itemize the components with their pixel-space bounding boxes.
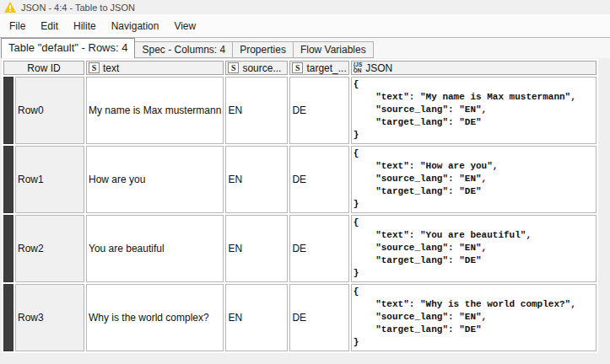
title-bar: JSON - 4:4 - Table to JSON — [0, 0, 610, 14]
source-lang-cell[interactable]: EN — [225, 77, 288, 144]
text-cell[interactable]: Why is the world complex? — [86, 284, 224, 351]
tab-properties[interactable]: Properties — [232, 41, 294, 58]
json-cell[interactable]: { "text": "How are you", "source_lang": … — [351, 146, 597, 213]
table-row: Row0 My name is Max mustermann EN DE { "… — [3, 77, 597, 144]
target-lang-cell[interactable]: DE — [289, 77, 348, 144]
json-cell[interactable]: { "text": "Why is the world complex?", "… — [351, 284, 597, 351]
table-view-area: Row ID S text S source... S — [0, 58, 610, 364]
menu-item-file[interactable]: File — [2, 17, 33, 35]
tab-flow-variables[interactable]: Flow Variables — [293, 41, 374, 58]
target-lang-cell[interactable]: DE — [289, 146, 348, 213]
column-label: JSON — [365, 62, 392, 74]
column-header-rowid[interactable]: Row ID — [3, 61, 84, 75]
column-header-json[interactable]: {JS ON JSON — [351, 61, 597, 75]
source-lang-cell[interactable]: EN — [225, 215, 288, 282]
menu-item-edit[interactable]: Edit — [33, 17, 66, 35]
column-label: source... — [242, 62, 281, 74]
string-type-icon: S — [89, 62, 100, 73]
target-lang-cell[interactable]: DE — [289, 284, 348, 351]
column-header-target-lang[interactable]: S target_... — [289, 61, 348, 75]
string-type-icon: S — [228, 62, 239, 73]
column-header-text[interactable]: S text — [86, 61, 224, 75]
table-row: Row3 Why is the world complex? EN DE { "… — [3, 284, 597, 351]
column-label: text — [103, 62, 119, 74]
row-color-bar — [3, 284, 13, 351]
row-id-cell[interactable]: Row3 — [15, 284, 84, 351]
tab-table-default[interactable]: Table "default" - Rows: 4 — [1, 38, 135, 58]
header-row: Row ID S text S source... S — [3, 61, 597, 75]
text-cell[interactable]: How are you — [86, 146, 224, 213]
window-title: JSON - 4:4 - Table to JSON — [21, 3, 135, 13]
row-id-cell[interactable]: Row2 — [15, 215, 84, 282]
menu-item-hilite[interactable]: Hilite — [66, 17, 104, 35]
text-cell[interactable]: My name is Max mustermann — [86, 77, 224, 144]
data-table: Row ID S text S source... S — [2, 59, 598, 353]
tab-strip: Table "default" - Rows: 4 Spec - Columns… — [0, 38, 610, 58]
string-type-icon: S — [292, 62, 303, 73]
source-lang-cell[interactable]: EN — [225, 146, 288, 213]
row-id-cell[interactable]: Row0 — [15, 77, 84, 144]
row-color-bar — [3, 77, 13, 144]
target-lang-cell[interactable]: DE — [289, 215, 348, 282]
row-color-bar — [3, 146, 13, 213]
text-cell[interactable]: You are beautiful — [86, 215, 224, 282]
menu-item-view[interactable]: View — [166, 17, 203, 35]
tab-spec-columns[interactable]: Spec - Columns: 4 — [134, 41, 233, 58]
json-type-icon: {JS ON — [354, 62, 362, 73]
row-id-cell[interactable]: Row1 — [15, 146, 84, 213]
table-row: Row1 How are you EN DE { "text": "How ar… — [3, 146, 597, 213]
column-header-source-lang[interactable]: S source... — [225, 61, 288, 75]
column-label: target_... — [306, 62, 346, 74]
json-cell[interactable]: { "text": "My name is Max mustermann", "… — [351, 77, 597, 144]
menu-item-navigation[interactable]: Navigation — [104, 17, 167, 35]
source-lang-cell[interactable]: EN — [225, 284, 288, 351]
json-cell[interactable]: { "text": "You are beautiful", "source_l… — [351, 215, 597, 282]
warning-triangle-icon — [4, 2, 16, 13]
table-row: Row2 You are beautiful EN DE { "text": "… — [3, 215, 597, 282]
menu-bar: File Edit Hilite Navigation View — [0, 14, 610, 38]
row-color-bar — [3, 215, 13, 282]
